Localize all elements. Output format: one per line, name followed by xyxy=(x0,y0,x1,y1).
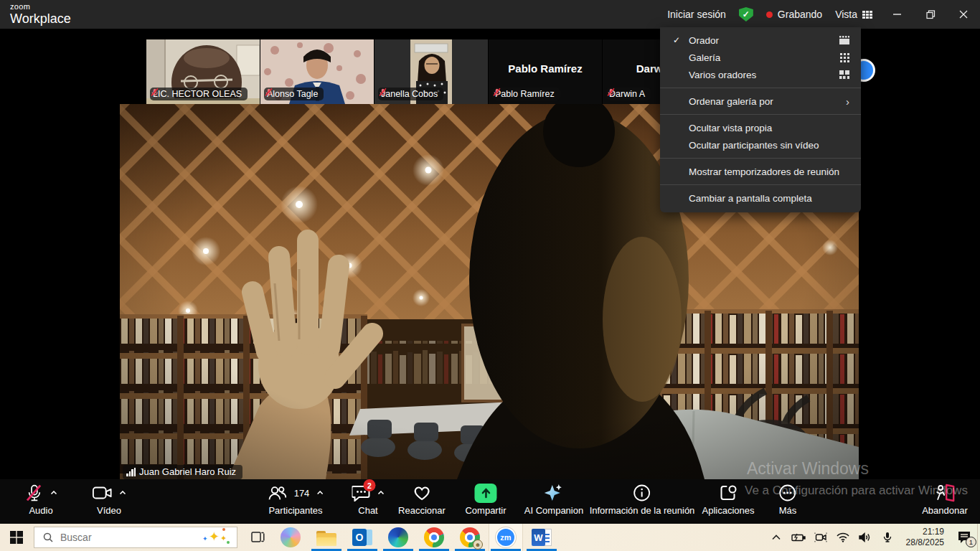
encryption-shield-icon[interactable]: ✓ xyxy=(739,7,753,22)
taskbar-app-edge[interactable] xyxy=(381,524,415,551)
menu-item-label: Mostrar temporizadores de reunión xyxy=(689,166,839,177)
meeting-info-button[interactable]: Información de la reunión xyxy=(590,482,695,516)
participants-count: 174 xyxy=(294,488,310,499)
close-button[interactable] xyxy=(947,0,980,29)
speaker-view-icon xyxy=(839,36,849,44)
menu-item-label: Galería xyxy=(689,52,720,63)
menu-item-fullscreen[interactable]: Cambiar a pantalla completa xyxy=(660,189,861,207)
participant-tile-pablo[interactable]: Pablo Ramírez Pablo Ramírez xyxy=(489,39,602,104)
restore-button[interactable] xyxy=(914,0,947,29)
tray-clock[interactable]: 21:19 28/8/2025 xyxy=(898,527,948,548)
participants-options-chevron[interactable] xyxy=(316,491,323,495)
more-label: Más xyxy=(779,505,797,516)
taskbar-app-explorer[interactable] xyxy=(309,524,344,551)
video-label: Vídeo xyxy=(97,505,121,516)
recording-label: Grabando xyxy=(778,9,822,20)
video-button[interactable]: Vídeo xyxy=(93,482,126,516)
menu-item-label: Ocultar vista propia xyxy=(689,123,772,133)
menu-item-speaker-view[interactable]: ✓ Orador xyxy=(660,32,861,49)
participant-name: LIC. HECTOR OLEAS xyxy=(153,89,242,99)
react-button[interactable]: Reaccionar xyxy=(398,482,446,516)
ai-companion-button[interactable]: AI Companion xyxy=(524,482,583,516)
task-view-icon xyxy=(251,530,265,544)
audio-label: Audio xyxy=(29,505,52,516)
taskbar-search[interactable]: ✦ ✦ ✦ xyxy=(34,527,237,548)
muted-mic-icon xyxy=(378,88,387,97)
participant-tile-janella[interactable]: Janella Cobos xyxy=(374,39,488,104)
participant-tile-alonso[interactable]: Alonso Tagle xyxy=(260,39,374,104)
activate-windows-watermark-line1: Activar Windows xyxy=(747,459,869,479)
muted-mic-icon xyxy=(264,88,273,97)
meeting-info-label: Información de la reunión xyxy=(590,505,695,516)
audio-button[interactable]: Audio xyxy=(25,482,57,516)
wifi-icon[interactable] xyxy=(831,524,854,551)
check-icon: ✓ xyxy=(673,35,680,45)
view-menu-button[interactable]: Vista xyxy=(835,9,872,20)
menu-item-gallery-view[interactable]: Galería xyxy=(660,49,861,66)
system-tray: 21:19 28/8/2025 1 xyxy=(765,524,980,551)
share-button[interactable]: Compartir xyxy=(465,482,506,516)
menu-item-sort-gallery[interactable]: Ordenar galería por › xyxy=(660,93,861,110)
menu-separator xyxy=(660,114,861,115)
minimize-button[interactable] xyxy=(881,0,914,29)
muted-mic-icon xyxy=(25,483,44,503)
windows-taskbar: ✦ ✦ ✦ O xyxy=(0,524,980,551)
submenu-arrow-icon: › xyxy=(846,95,849,108)
camera-in-use-icon[interactable] xyxy=(809,524,831,551)
menu-item-label: Orador xyxy=(689,35,719,46)
menu-item-multi-speaker-view[interactable]: Varios oradores xyxy=(660,66,861,83)
participant-name: Pablo Ramírez xyxy=(495,89,555,99)
view-label: Vista xyxy=(835,9,857,20)
chat-options-chevron[interactable] xyxy=(378,491,385,495)
recording-indicator[interactable]: Grabando xyxy=(766,9,822,20)
menu-separator xyxy=(660,158,861,159)
taskbar-app-zoom[interactable]: zm xyxy=(489,524,523,551)
menu-item-hide-self-view[interactable]: Ocultar vista propia xyxy=(660,119,861,136)
menu-item-label: Ocultar participantes sin vídeo xyxy=(689,140,819,151)
activate-windows-watermark-line2: Ve a Configuración para activar Windows xyxy=(745,484,968,498)
menu-item-hide-non-video[interactable]: Ocultar participantes sin vídeo xyxy=(660,136,861,154)
heart-icon xyxy=(413,484,431,501)
menu-item-label: Ordenar galería por xyxy=(689,96,773,107)
task-view-button[interactable] xyxy=(251,530,265,547)
search-icon xyxy=(43,532,53,542)
battery-icon[interactable] xyxy=(787,524,809,551)
audio-options-chevron[interactable] xyxy=(51,491,57,495)
participants-button[interactable]: 174 Participantes xyxy=(268,482,324,516)
chat-button[interactable]: 2 Chat xyxy=(352,482,385,516)
action-center-button[interactable]: 1 xyxy=(948,524,980,551)
profile-avatar-badge: ☻ xyxy=(473,540,483,550)
microphone-tray-icon[interactable] xyxy=(876,524,898,551)
speaker-icon[interactable] xyxy=(854,524,876,551)
zoom-app-icon: zm xyxy=(496,527,516,547)
menu-item-show-timers[interactable]: Mostrar temporizadores de reunión xyxy=(660,163,861,180)
tray-expand-button[interactable] xyxy=(765,524,787,551)
zoom-meeting-window: Juan Gabriel Haro Ruiz Activar Windows V… xyxy=(0,0,980,551)
taskbar-app-outlook[interactable]: O xyxy=(345,524,380,551)
sign-in-button[interactable]: Iniciar sesión xyxy=(667,9,726,20)
word-icon: W xyxy=(532,528,552,547)
video-options-chevron[interactable] xyxy=(120,491,126,495)
taskbar-app-word[interactable]: W xyxy=(524,524,559,551)
file-explorer-icon xyxy=(316,531,336,547)
share-label: Compartir xyxy=(465,505,506,516)
start-button[interactable] xyxy=(9,529,24,545)
menu-item-label: Cambiar a pantalla completa xyxy=(689,193,812,204)
windows-logo-icon xyxy=(10,531,23,544)
search-highlights-icon[interactable]: ✦ ✦ ✦ xyxy=(202,528,231,547)
participant-tile-hector[interactable]: LIC. HECTOR OLEAS xyxy=(146,39,260,104)
show-desktop-button[interactable] xyxy=(977,524,980,551)
taskbar-app-copilot[interactable] xyxy=(273,524,308,551)
taskbar-app-chrome-profile[interactable]: ☻ xyxy=(453,524,487,551)
copilot-icon xyxy=(281,527,301,547)
gallery-view-icon xyxy=(840,53,849,62)
tray-time: 21:19 xyxy=(898,527,944,537)
notification-count-badge: 1 xyxy=(966,537,976,547)
search-input[interactable] xyxy=(60,532,202,543)
participant-filmstrip: LIC. HECTOR OLEAS xyxy=(146,39,716,104)
brand-zoom: zoom xyxy=(10,3,71,11)
chat-label: Chat xyxy=(358,505,377,516)
participant-label: Pablo Ramírez xyxy=(492,88,560,100)
taskbar-app-chrome[interactable] xyxy=(417,524,451,551)
titlebar: zoom Workplace Iniciar sesión ✓ Grabando… xyxy=(0,0,980,29)
